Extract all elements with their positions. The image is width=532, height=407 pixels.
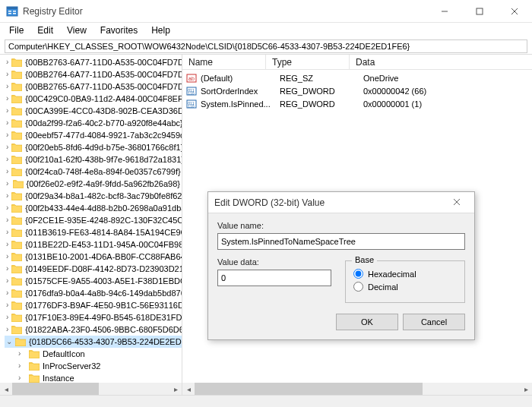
ok-button[interactable]: OK (336, 314, 398, 330)
expand-icon[interactable]: › (6, 117, 8, 129)
tree-item[interactable]: ›{00da2f99-f2a6-40c2-b770-a920f8e44abc} (5, 117, 182, 129)
tree-item[interactable]: ›{011B3619-FE63-4814-8A84-15A194CE9CE3} (5, 226, 182, 238)
tree-item[interactable]: ›{00f210a1-62f0-438b-9f7e-9618d72a1831} (5, 153, 182, 166)
dialog-close-button[interactable] (445, 197, 468, 208)
expand-icon[interactable]: › (6, 166, 8, 178)
svg-text:ab: ab (188, 76, 195, 81)
scroll-right-icon[interactable]: ▸ (169, 383, 182, 395)
scroll-right-icon[interactable]: ▸ (520, 383, 532, 395)
menu-file[interactable]: File (3, 24, 30, 36)
value-row[interactable]: ab(Default)REG_SZOneDrive (182, 71, 532, 84)
tree-item[interactable]: ›{0149EEDF-D08F-4142-8D73-D23903D21E90} (5, 263, 182, 275)
expand-icon[interactable]: › (6, 275, 8, 287)
expand-icon[interactable]: › (18, 360, 26, 372)
expand-icon[interactable]: › (6, 202, 8, 214)
tree-item[interactable]: ›{0F2CE1E-935E-4248-892C-130F32C45CB4} (5, 214, 182, 226)
radio-hex[interactable]: Hexadecimal (353, 269, 457, 279)
svg-text:110: 110 (188, 104, 195, 109)
svg-rect-4 (13, 11, 16, 12)
tree-item[interactable]: ›{00C429C0-0BA9-11d2-A484-00C04F8EFB69} (5, 93, 182, 105)
value-row[interactable]: 011110SortOrderIndexREG_DWORD0x00000042 … (182, 84, 532, 97)
tree-item[interactable]: ›{00BB2764-6A77-11D0-A535-00C04FD7D062} (5, 68, 182, 80)
col-type[interactable]: Type (266, 55, 350, 69)
expand-icon[interactable]: › (6, 93, 8, 105)
tree-item[interactable]: ⌄{018D5C66-4533-4307-9B53-224DE2ED1FE6} (5, 336, 182, 348)
tree-item[interactable]: ›{00f26e02-e9f2-4a9f-9fdd-5a962fb26a98} (5, 178, 182, 190)
expand-icon[interactable]: › (6, 263, 8, 275)
tree-item[interactable]: ›{00eebf57-477d-4084-9921-7ab3c2c9459d} (5, 129, 182, 141)
scrollbar-thumb[interactable] (195, 383, 423, 395)
radio-dec[interactable]: Decimal (353, 282, 457, 292)
expand-icon[interactable]: › (6, 105, 8, 117)
tree-item[interactable]: ›{0176dfa9-b0a4-4a8b-94c6-149dab5bd876} (5, 287, 182, 299)
expand-icon[interactable]: › (6, 214, 8, 226)
reg-dword-icon: 011110 (185, 85, 198, 97)
tree-item[interactable]: ›{00f20eb5-8fd6-4d9d-b75e-36801766c8f1} (5, 141, 182, 153)
tree-item[interactable]: ›{01822ABA-23F0-4506-9BBC-680F5D6D606C} (5, 323, 182, 336)
tree-item[interactable]: ›{017F10E3-89E4-49F0-B545-618DE31FD27C} (5, 311, 182, 323)
expand-icon[interactable]: › (6, 190, 8, 202)
value-row[interactable]: 011110System.IsPinned...REG_DWORD0x00000… (182, 97, 532, 110)
tree-item[interactable]: ›DefaultIcon (5, 348, 182, 360)
tree-item[interactable]: ›{01776DF3-B9AF-4E50-9B1C-56E93116D704} (5, 299, 182, 311)
value-data: 0x00000042 (66) (363, 87, 529, 96)
menu-edit[interactable]: Edit (31, 24, 59, 36)
expand-icon[interactable]: › (6, 238, 8, 251)
col-data[interactable]: Data (350, 55, 532, 69)
scrollbar-thumb[interactable] (12, 383, 99, 395)
col-name[interactable]: Name (182, 55, 266, 69)
menu-favorites[interactable]: Favorites (94, 24, 144, 36)
tree-item[interactable]: ›{00BB2765-6A77-11D0-A535-00C04FD7D062} (5, 80, 182, 93)
expand-icon[interactable]: › (6, 68, 8, 80)
tree-item[interactable]: ›{00BB2763-6A77-11D0-A535-00C04FD7D062} (5, 56, 182, 68)
expand-icon[interactable]: › (6, 153, 8, 166)
menu-help[interactable]: Help (145, 24, 176, 36)
scroll-left-icon[interactable]: ◂ (182, 383, 195, 395)
tree-item-label: {00f2b433-44e4-4d88-b2b0-2698a0a91dba} (25, 202, 182, 214)
expand-icon[interactable]: › (6, 129, 8, 141)
expand-icon[interactable]: › (6, 226, 8, 238)
scroll-left-icon[interactable]: ◂ (0, 383, 12, 395)
tree-item[interactable]: ›InProcServer32 (5, 360, 182, 372)
tree-item[interactable]: ›{00f24ca0-748f-4e8a-894f-0e0357c6799f} (5, 166, 182, 178)
tree-item[interactable]: ›{00f29a34-b8a1-482c-bcf8-3ac79b0fe8f62} (5, 190, 182, 202)
tree-item[interactable]: ›{0131BE10-2001-4D6A-BB0F-CC88FAB64CE8} (5, 251, 182, 263)
close-button[interactable] (497, 0, 532, 23)
tree-item-label: {00f26e02-e9f2-4a9f-9fdd-5a962fb26a98} (27, 178, 180, 190)
radio-hex-input[interactable] (353, 269, 363, 279)
expand-icon[interactable]: › (6, 251, 8, 263)
maximize-button[interactable] (462, 0, 497, 23)
tree-item[interactable]: ›{00f2b433-44e4-4d88-b2b0-2698a0a91dba} (5, 202, 182, 214)
expand-icon[interactable]: › (6, 323, 8, 336)
tree-item[interactable]: ›{00CA399E-4CC0-43D8-902B-CEA3D36DC9E4} (5, 105, 182, 117)
tree-item-label: {0131BE10-2001-4D6A-BB0F-CC88FAB64CE8} (25, 251, 182, 263)
tree-item-label: {0F2CE1E-935E-4248-892C-130F32C45CB4} (25, 214, 182, 226)
value-data: 0x00000001 (1) (363, 99, 529, 109)
address-bar (0, 38, 532, 55)
tree-item-label: {00C429C0-0BA9-11d2-A484-00C04F8EFB69} (25, 93, 182, 105)
menu-view[interactable]: View (61, 24, 93, 36)
value-name: System.IsPinned... (201, 99, 280, 109)
tree-item[interactable]: ›{01575CFE-9A55-4003-A5E1-F38D1EBDCBE1} (5, 275, 182, 287)
tree-item[interactable]: ›{011BE22D-E453-11D1-945A-00C04FB984F9} (5, 238, 182, 251)
address-input[interactable] (5, 39, 527, 53)
expand-icon[interactable]: › (18, 348, 26, 360)
expand-icon[interactable]: › (6, 178, 10, 190)
tree-item-label: {00BB2765-6A77-11D0-A535-00C04FD7D062} (25, 80, 182, 93)
radio-dec-input[interactable] (353, 282, 363, 292)
expand-icon[interactable]: › (6, 311, 8, 323)
expand-icon[interactable]: › (6, 80, 8, 93)
value-data-input[interactable] (217, 270, 331, 286)
expand-icon[interactable]: › (6, 299, 8, 311)
expand-icon[interactable]: › (6, 56, 8, 68)
cancel-button[interactable]: Cancel (403, 314, 465, 330)
folder-icon (11, 313, 22, 322)
expand-icon[interactable]: › (6, 141, 8, 153)
minimize-button[interactable] (427, 0, 462, 23)
expand-icon[interactable]: › (6, 287, 8, 299)
value-name-input[interactable] (217, 233, 465, 250)
values-hscroll[interactable]: ◂ ▸ (182, 383, 532, 395)
tree-hscroll[interactable]: ◂ ▸ (0, 383, 182, 395)
value-name-label: Value name: (217, 221, 465, 230)
expand-icon[interactable]: ⌄ (6, 336, 12, 348)
